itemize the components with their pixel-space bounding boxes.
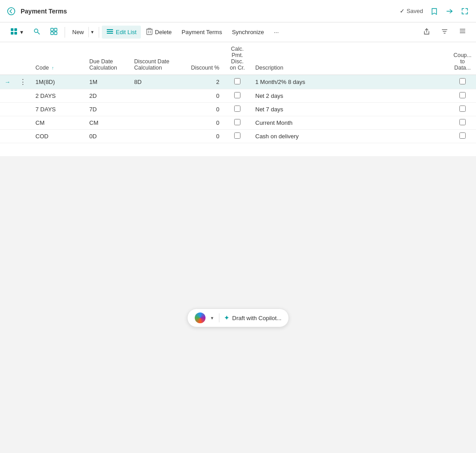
expand-button[interactable] — [461, 7, 469, 15]
coup-to-data-cell[interactable] — [449, 130, 476, 143]
col-coup[interactable]: Coup...toData... — [449, 42, 476, 75]
col-calc-pmt[interactable]: Calc.Pmt.Disc.on Cr. — [224, 42, 251, 75]
discount-pct-cell: 0 — [183, 116, 224, 130]
calc-pmt-cell[interactable] — [224, 130, 251, 143]
page-title: Payment Terms — [21, 8, 400, 15]
filter-icon — [441, 28, 448, 36]
coup-to-data-cell[interactable] — [449, 75, 476, 89]
app-icon — [10, 27, 18, 37]
divider-2 — [99, 27, 99, 38]
more-button[interactable]: ··· — [269, 26, 283, 38]
delete-button[interactable]: Delete — [142, 26, 176, 39]
row-context-menu[interactable] — [15, 116, 31, 130]
row-context-menu[interactable] — [15, 130, 31, 143]
code-cell: CM — [31, 116, 85, 130]
svg-rect-2 — [14, 28, 17, 31]
code-cell: 1M(8D) — [31, 75, 85, 89]
svg-line-6 — [38, 32, 39, 34]
new-dropdown-button[interactable]: ▾ — [88, 27, 96, 37]
svg-rect-1 — [11, 28, 13, 31]
svg-rect-12 — [107, 31, 113, 32]
col-indicator — [0, 42, 15, 75]
svg-rect-9 — [51, 32, 53, 35]
main-content: Code ↑ Due DateCalculation Discount Date… — [0, 42, 476, 157]
coup-to-data-checkbox[interactable] — [459, 78, 466, 84]
row-arrow — [0, 103, 15, 116]
svg-rect-11 — [107, 29, 113, 30]
col-description[interactable]: Description — [251, 42, 449, 75]
col-due-date[interactable]: Due DateCalculation — [85, 42, 130, 75]
discount-pct-cell: 0 — [183, 130, 224, 143]
table-row[interactable]: COD 0D 0 Cash on delivery — [0, 130, 476, 143]
sort-icon: ↑ — [52, 66, 54, 70]
coup-to-data-checkbox[interactable] — [459, 106, 466, 112]
filter-button[interactable] — [437, 26, 453, 39]
calc-pmt-cell[interactable] — [224, 89, 251, 103]
calc-pmt-cell[interactable] — [224, 103, 251, 116]
payment-terms-button[interactable]: Payment Terms — [177, 26, 227, 38]
table-row[interactable]: → ⋮ 1M(8D) 1M 8D 2 1 Month/2% 8 days — [0, 75, 476, 89]
description-cell: 1 Month/2% 8 days — [251, 75, 449, 89]
discount-pct-cell: 0 — [183, 103, 224, 116]
calc-pmt-checkbox[interactable] — [234, 106, 240, 112]
col-discount-date[interactable]: Discount DateCalculation — [130, 42, 183, 75]
calc-pmt-checkbox[interactable] — [234, 119, 240, 125]
description-cell: Net 7 days — [251, 103, 449, 116]
calc-pmt-checkbox[interactable] — [234, 78, 240, 84]
calc-pmt-cell[interactable] — [224, 116, 251, 130]
app-menu-button[interactable]: ▾ — [5, 25, 28, 39]
col-discount-pct[interactable]: Discount % — [183, 42, 224, 75]
coup-to-data-checkbox[interactable] — [459, 119, 466, 125]
col-code[interactable]: Code ↑ — [31, 42, 85, 75]
code-cell: 2 DAYS — [31, 89, 85, 103]
search-button[interactable] — [29, 26, 45, 39]
layout-button[interactable] — [46, 26, 62, 39]
layout-icon — [50, 28, 57, 36]
due-date-cell: 7D — [85, 103, 130, 116]
app-menu-dropdown-icon: ▾ — [20, 29, 23, 35]
discount-date-cell — [130, 103, 183, 116]
toolbar-share-button[interactable] — [419, 26, 435, 39]
due-date-cell: CM — [85, 116, 130, 130]
discount-date-cell — [130, 130, 183, 143]
toolbar: ▾ New ▾ Edit List Delete Payment Terms — [0, 22, 476, 42]
svg-rect-10 — [54, 32, 57, 35]
calc-pmt-checkbox[interactable] — [234, 132, 240, 139]
table-row[interactable]: 7 DAYS 7D 0 Net 7 days — [0, 103, 476, 116]
columns-button[interactable] — [454, 26, 471, 39]
new-split-control: New ▾ — [68, 26, 96, 38]
discount-pct-cell: 2 — [183, 75, 224, 89]
discount-date-cell — [130, 116, 183, 130]
coup-to-data-cell[interactable] — [449, 116, 476, 130]
description-cell: Net 2 days — [251, 89, 449, 103]
calc-pmt-checkbox[interactable] — [234, 92, 240, 98]
coup-to-data-cell[interactable] — [449, 89, 476, 103]
due-date-cell: 0D — [85, 130, 130, 143]
saved-status: ✓ Saved — [400, 8, 423, 14]
payment-terms-table: Code ↑ Due DateCalculation Discount Date… — [0, 42, 476, 157]
row-context-menu[interactable] — [15, 103, 31, 116]
col-menu — [15, 42, 31, 75]
three-dot-icon[interactable]: ⋮ — [19, 78, 26, 86]
table-row[interactable]: 2 DAYS 2D 0 Net 2 days — [0, 89, 476, 103]
row-arrow — [0, 130, 15, 143]
coup-to-data-cell[interactable] — [449, 103, 476, 116]
coup-to-data-checkbox[interactable] — [459, 92, 466, 98]
table-row[interactable]: CM CM 0 Current Month — [0, 116, 476, 130]
new-dropdown-icon: ▾ — [91, 29, 94, 35]
edit-list-button[interactable]: Edit List — [102, 26, 141, 39]
svg-rect-7 — [51, 28, 53, 31]
new-button[interactable]: New — [68, 26, 88, 38]
bookmark-button[interactable] — [430, 7, 438, 15]
share-button[interactable] — [445, 7, 454, 15]
row-arrow — [0, 116, 15, 130]
row-context-menu[interactable]: ⋮ — [15, 75, 31, 89]
coup-to-data-checkbox[interactable] — [459, 132, 466, 139]
row-context-menu[interactable] — [15, 89, 31, 103]
row-arrow — [0, 89, 15, 103]
calc-pmt-cell[interactable] — [224, 75, 251, 89]
back-button[interactable] — [7, 7, 15, 15]
synchronize-button[interactable]: Synchronize — [227, 26, 269, 38]
check-icon: ✓ — [400, 8, 405, 14]
code-cell: COD — [31, 130, 85, 143]
